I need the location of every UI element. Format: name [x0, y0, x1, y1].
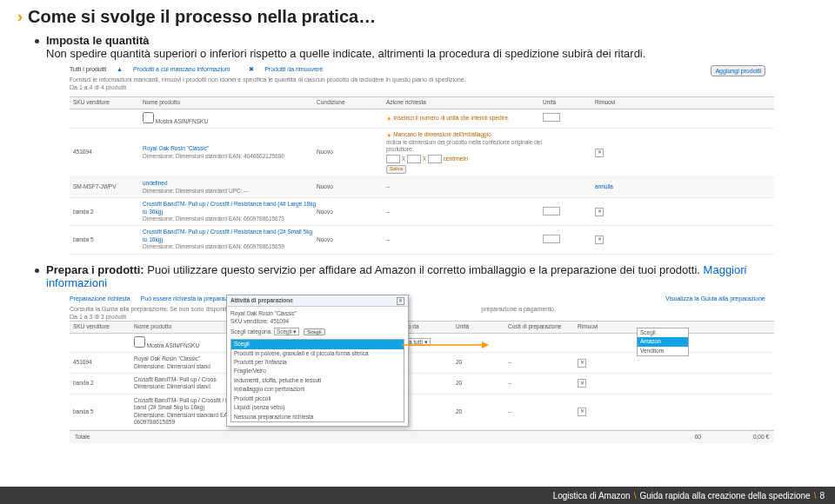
total-label: Totale — [75, 434, 90, 441]
tab-missing[interactable]: ▲ Prodotti a cui mancano informazioni — [117, 66, 238, 72]
view-guide-link[interactable]: Visualizza la Guida alla preparazione — [665, 295, 765, 302]
th: Unità — [456, 323, 508, 330]
asin-checkbox[interactable] — [143, 112, 154, 123]
dim-input[interactable] — [428, 155, 442, 163]
table-row: banda 5 Crossfit BandTM- Pull up / Cross… — [70, 395, 774, 430]
annotation-arrow — [402, 340, 489, 350]
asin-row: Mostra ASIN/FNSKU ▲ Inserisci il numero … — [70, 109, 774, 129]
tab-prep-maybe[interactable]: Può essere richiesta la preparazione — [141, 295, 240, 302]
units-input[interactable] — [543, 207, 560, 216]
remove-icon: ✖ — [249, 66, 254, 72]
tab-remove[interactable]: ✖ Prodotti da rimuovere — [249, 66, 331, 72]
table-row: SM-MSF7-JWPV undefinedDimensione: Dimens… — [70, 177, 774, 198]
prep-modal: Attività di preparazione✕ Royal Oak Rosi… — [226, 295, 409, 427]
table-row: banda 2 Crossfit BandTM- Pull up / Cross… — [70, 198, 774, 226]
save-button[interactable]: Salva — [386, 165, 406, 174]
bullet-icon — [35, 39, 39, 43]
dropdown-list[interactable]: Scegli Prodotti in polvere, granulati e … — [230, 339, 404, 422]
screenshot-1: Tutti i prodotti ▲ Prodotti a cui mancan… — [70, 65, 774, 256]
remove-button[interactable]: ✕ — [595, 235, 604, 244]
add-products-button[interactable]: Aggiungi prodotti — [711, 65, 765, 76]
remove-button[interactable]: ✕ — [595, 208, 604, 216]
th-sku: SKU venditore — [73, 99, 143, 106]
warning-icon: ▲ — [386, 131, 391, 137]
warning-icon: ▲ — [117, 66, 123, 72]
th: Costi di preparazione — [508, 323, 578, 330]
th-remove: Rimuovi — [595, 99, 630, 106]
th-name: Nome prodotto — [143, 99, 317, 106]
remove-button[interactable]: ✕ — [578, 408, 586, 416]
remove-button[interactable]: ✕ — [595, 149, 604, 157]
tab-prep-required[interactable]: Preparazione richiesta — [70, 295, 130, 302]
th: Rimuovi — [578, 323, 612, 330]
asin-checkbox[interactable] — [134, 336, 145, 348]
range-text: Da 1 a 4 di 4 prodotti — [70, 83, 774, 91]
tab-all[interactable]: Tutti i prodotti — [70, 66, 106, 72]
choose-button[interactable]: Scegli — [304, 328, 324, 335]
table-row: banda 2 Crossfit BandTM- Pull up / Cross… — [70, 374, 774, 395]
page-title: Come si svolge il processo nella pratica… — [28, 7, 376, 27]
warning-icon: ▲ — [386, 115, 391, 121]
svg-marker-1 — [482, 342, 489, 348]
remove-button[interactable]: ✕ — [578, 379, 586, 388]
close-icon[interactable]: ✕ — [397, 297, 404, 305]
bullet-icon — [35, 269, 39, 273]
help-text: Fornisci le informazioni mancanti, rimuo… — [70, 76, 774, 83]
category-dropdown[interactable]: Scegli ▾ — [274, 328, 300, 335]
cancel-link[interactable]: annulla — [595, 183, 613, 189]
remove-button[interactable]: ✕ — [578, 359, 586, 368]
chevron-icon: › — [17, 8, 23, 26]
section1-text: Imposta le quantità Non spedire quantità… — [46, 34, 645, 60]
dim-input[interactable] — [386, 155, 400, 163]
footer: Logistica di Amazon\Guida rapida alla cr… — [0, 487, 835, 504]
th-units: Unità — [543, 99, 595, 106]
table-row: banda 5 Crossfit BandTM- Pull up / Cross… — [70, 226, 774, 254]
dim-input[interactable] — [407, 155, 421, 163]
th-cond: Condizione — [317, 99, 386, 106]
units-input[interactable] — [543, 235, 560, 243]
th: SKU venditore — [73, 323, 134, 330]
section2-text: Prepara i prodotti: Puoi utilizzare ques… — [46, 263, 800, 289]
screenshot-2: Preparazione richiesta Può essere richie… — [70, 295, 774, 443]
units-input[interactable] — [543, 113, 560, 122]
prepared-by-dropdown[interactable]: Scegli Amazon Venditore — [637, 328, 689, 356]
th-action: Azione richiesta — [386, 99, 543, 106]
table-row: 451094 Royal Oak Rosin "Classic"Dimensio… — [70, 129, 774, 177]
